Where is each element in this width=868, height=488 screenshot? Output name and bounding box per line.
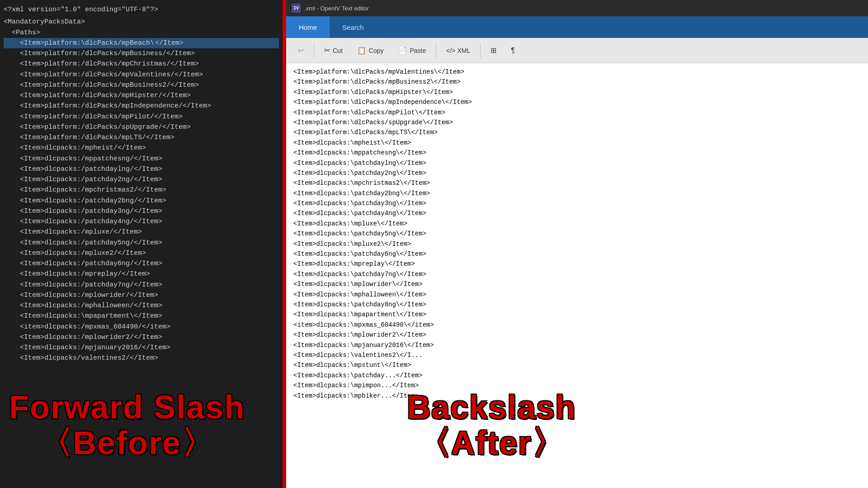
code-line: <Item>dlcpacks:/patchday2ng/</Item> (4, 174, 279, 185)
toolbar-separator (314, 43, 314, 58)
code-line: <item>dlcpacks:/mpxmas_604490/</item> (4, 322, 279, 332)
code-line: <Item>dlcpacks:\patchday8ng\</Item> (293, 300, 861, 310)
cut-icon: ✂ (324, 46, 330, 55)
paste-label: Paste (410, 47, 426, 54)
code-line: <Item>dlcpacks:/patchday5ng/</Item> (4, 238, 279, 248)
code-line: <Item>dlcpacks:\mplowrider2\</Item> (293, 330, 861, 340)
code-line: <Item>dlcpacks:\mpchristmas2\</Item> (293, 178, 861, 188)
code-line: <Item>dlcpacks:/patchday3ng/</Item> (4, 206, 279, 216)
title-bar: IV .xml - OpenIV Text editor (286, 0, 868, 16)
red-divider (283, 0, 286, 488)
highlighted-line: <Item>platform:\dlcPacks/mpBeach\</Item> (4, 38, 279, 48)
undo-button[interactable]: ↩ (292, 43, 310, 57)
code-line: <Item>platform:\dlcPacks/mpLTS\</Item> (293, 127, 861, 137)
code-line: <Item>platform:\dlcPacks/mpIndependence\… (293, 97, 861, 107)
code-line: <Item>platform:/dlcPacks/mpChristmas/</I… (4, 59, 279, 69)
format-icon: ⊞ (491, 46, 496, 55)
code-line: <Item>dlcpacks:\patchday2bng\</Item> (293, 188, 861, 198)
tab-home[interactable]: Home (286, 16, 330, 38)
xml-button[interactable]: </> XML (440, 44, 476, 57)
code-line: <Item>dlcpacks:/mpluxe2/</Item> (4, 248, 279, 258)
code-line: <Item>platform:\dlcPacks/mpHipster\</Ite… (293, 87, 861, 97)
code-line: <Item>dlcpacks:/mplowrider/</Item> (4, 290, 279, 300)
code-line: <Item>dlcpacks:/patchday2bng/</Item> (4, 196, 279, 206)
code-line: <Item>platform:/dlcPacks/mpPilot/</Item> (4, 112, 279, 122)
code-line: <Item>dlcpacks:\mpbiker...</Item> (293, 391, 861, 401)
code-line: <Item>dlcpacks:/mppatchesng/</Item> (4, 154, 279, 164)
code-line: <Item>dlcpacks:\patchday...</Item> (293, 371, 861, 380)
code-line: <Item>dlcpacks:\patchday2ng\</Item> (293, 168, 861, 178)
code-line: <Item>dlcpacks:\mpluxe\</Item> (293, 219, 861, 229)
app-icon: IV (292, 4, 301, 13)
code-line: <Item>dlcpacks:\patchday3ng\</Item> (293, 198, 861, 208)
paragraph-button[interactable]: ¶ (505, 44, 521, 57)
code-line: <Item>platform:/dlcPacks/mpLTS/</Item> (4, 132, 279, 143)
code-line: <Item>dlcpacks:/mpjanuary2016/</Item> (4, 343, 279, 353)
code-line: <Item>dlcpacks:\mpluxe2\</Item> (293, 239, 861, 249)
code-line: <Item>platform:/dlcPacks/mpHipster/</Ite… (4, 90, 279, 101)
code-line: <Item>dlcpacks:\mpjanuary2016\</Item> (293, 340, 861, 350)
nav-tabs: Home Search (286, 16, 868, 38)
code-line: <Item>dlcpacks:\mplowrider\</Item> (293, 279, 861, 289)
code-line: <Item>dlcpacks:\mppatchesng\</Item> (293, 148, 861, 158)
code-line: <Item>platform:\dlcPacks/mpValentines\</… (293, 67, 861, 77)
code-line: <Item>dlcpacks:/patchday7ng/</Item> (4, 280, 279, 290)
tab-search[interactable]: Search (330, 16, 377, 38)
code-line: <Item>platform:\dlcPacks/spUpgrade\</Ite… (293, 117, 861, 127)
code-line: <Item>dlcpacks:/mphalloween/</Item> (4, 300, 279, 311)
code-line: <Item>dlcpacks:/patchday4ng/</Item> (4, 216, 279, 227)
code-line: <Item>dlcpacks:\valentines2\</I... (293, 350, 861, 360)
paragraph-icon: ¶ (511, 47, 515, 55)
paste-icon: 📄 (398, 46, 407, 55)
code-line: <Item>dlcpacks:\mphalloween\</Item> (293, 290, 861, 300)
copy-button[interactable]: 📋 Copy (351, 43, 390, 57)
code-line: <Item>dlcpacks:/mplowrider2/</Item> (4, 332, 279, 343)
paths-open-line: <Paths> (4, 28, 279, 38)
copy-label: Copy (369, 47, 384, 54)
cut-button[interactable]: ✂ Cut (318, 43, 349, 57)
code-line: <Item>platform:/dlcPacks/mpValentines/</… (4, 70, 279, 80)
code-line: <Item>dlcpacks:\patchday5ng\</Item> (293, 229, 861, 239)
code-line: <Item>dlcpacks:\patchday7ng\</Item> (293, 269, 861, 279)
code-line: <Item>dlcpacks:\mpimpon...</Item> (293, 380, 861, 390)
code-line: <Item>dlcpacks/valentines2/</Item> (4, 353, 279, 363)
code-line: <Item>platform:/dlcPacks/mpIndependence/… (4, 101, 279, 111)
xml-declaration: <?xml version="1.0" encoding="UTF-8"?> (4, 5, 279, 15)
copy-icon: 📋 (357, 46, 366, 55)
code-line: <Item>dlcpacks:/mpluxe/</Item> (4, 227, 279, 237)
toolbar-separator-3 (480, 43, 481, 58)
window-title: .xml - OpenIV Text editor (304, 5, 369, 12)
paste-button[interactable]: 📄 Paste (392, 43, 432, 57)
code-line: <Item>dlcpacks:\patchday4ng\</Item> (293, 208, 861, 218)
code-line: <Item>platform:/dlcPacks/spUpgrade/</Ite… (4, 122, 279, 132)
xml-label: </> XML (446, 47, 470, 54)
code-line: <Item>dlcpacks:/mpreplay/</Item> (4, 269, 279, 279)
code-line: <Item>platform:/dlcPacks/mpBusiness/</It… (4, 48, 279, 59)
cut-label: Cut (333, 47, 343, 54)
code-line: <Item>dlcpacks:\mpstunt\</Item> (293, 360, 861, 370)
code-line: <Item>dlcpacks:\mpheist\</Item> (293, 138, 861, 148)
code-line: <item>dlcpacks:\mpxmas_604490\</item> (293, 320, 861, 330)
right-editor-panel: IV .xml - OpenIV Text editor Home Search… (286, 0, 868, 488)
code-line: <Item>dlcpacks:/patchdaylng/</Item> (4, 164, 279, 174)
left-editor-panel: <?xml version="1.0" encoding="UTF-8"?> <… (0, 0, 283, 488)
mandatory-packs-line: <MandatoryPacksData> (4, 17, 279, 27)
code-line: <Item>dlcpacks:\mpapartment\</Item> (293, 310, 861, 319)
format-button[interactable]: ⊞ (484, 43, 503, 57)
toolbar: ↩ ✂ Cut 📋 Copy 📄 Paste </> XML ⊞ ¶ (286, 38, 868, 63)
code-line: <Item>platform:/dlcPacks/mpBusiness2/</I… (4, 80, 279, 90)
code-line: <Item>dlcpacks:\mpapartment\</Item> (4, 311, 279, 321)
code-line: <Item>dlcpacks:/patchday6ng/</Item> (4, 258, 279, 269)
code-line: <Item>dlcpacks:\patchdaylng\</Item> (293, 158, 861, 168)
code-line: <Item>dlcpacks:/mpheist/</Item> (4, 143, 279, 153)
code-line: <Item>platform:\dlcPacks/mpBusiness2\</I… (293, 77, 861, 87)
code-line: <Item>platform:\dlcPacks/mpPilot\</Item> (293, 108, 861, 117)
code-line: <Item>dlcpacks:\patchday6ng\</Item> (293, 249, 861, 259)
undo-icon: ↩ (298, 46, 304, 55)
toolbar-separator-2 (436, 43, 436, 58)
code-editor[interactable]: <Item>platform:\dlcPacks/mpValentines\</… (286, 63, 868, 488)
code-line: <Item>dlcpacks:/mpchristmas2/</Item> (4, 185, 279, 195)
code-line: <Item>dlcpacks:\mpreplay\</Item> (293, 259, 861, 269)
